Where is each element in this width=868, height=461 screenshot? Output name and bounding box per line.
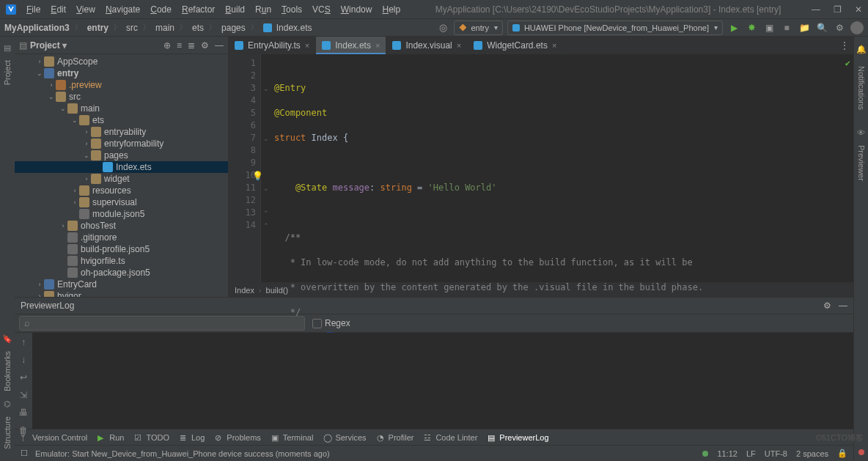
menu-tools[interactable]: Tools (277, 3, 306, 16)
menu-refactor[interactable]: Refactor (177, 3, 219, 16)
tree-preview[interactable]: ›.preview (15, 79, 228, 91)
tree-pages[interactable]: ⌄pages (15, 150, 228, 161)
locate-file-icon[interactable]: ⊕ (163, 40, 171, 51)
project-tool-label[interactable]: Project (3, 57, 12, 88)
search-everywhere-icon[interactable]: 🔍 (815, 21, 828, 34)
inspection-ok-icon[interactable]: ✔ (845, 57, 850, 70)
tab-entryability[interactable]: EntryAbility.ts× (229, 37, 316, 54)
caret-position[interactable]: 11:12 (717, 449, 738, 458)
menu-navigate[interactable]: Navigate (101, 3, 144, 16)
notifications-icon[interactable]: 🔔 (856, 44, 867, 54)
tree-hvigor[interactable]: ›hvigor (15, 290, 228, 297)
print-icon[interactable]: 🖶 (19, 407, 28, 418)
file-encoding[interactable]: UTF-8 (765, 449, 787, 458)
crumb-file[interactable]: Index.ets (276, 23, 312, 33)
panel-settings-icon[interactable]: ⚙ (201, 40, 209, 51)
tree-build-profile[interactable]: build-profile.json5 (15, 243, 228, 255)
coverage-button[interactable]: ▣ (762, 21, 776, 34)
fold-column[interactable]: ⌄⌄💡⌄⌃⌃ (261, 54, 271, 282)
soft-wrap-icon[interactable]: ↩ (20, 372, 27, 383)
settings-icon[interactable]: ⚙ (833, 21, 846, 34)
tree-src[interactable]: ⌄src (15, 91, 228, 103)
debug-button[interactable]: ✸ (745, 21, 758, 34)
tree-main[interactable]: ⌄main (15, 103, 228, 114)
tree-ohostest[interactable]: ›ohosTest (15, 220, 228, 232)
code-editor[interactable]: 1234567891011121314 ⌄⌄💡⌄⌃⌃ ✔ @Entry @Com… (229, 54, 853, 282)
tab-run[interactable]: ▶Run (98, 433, 124, 442)
tree-gitignore[interactable]: .gitignore (15, 232, 228, 243)
stop-button[interactable]: ■ (780, 21, 793, 34)
tabs-more-icon[interactable]: ⋮ (836, 37, 853, 54)
structure-tool-icon[interactable]: ⌬ (2, 399, 12, 409)
line-separator[interactable]: LF (746, 449, 756, 458)
menu-code[interactable]: Code (146, 3, 176, 16)
minimize-button[interactable]: — (812, 4, 820, 15)
collapse-all-icon[interactable]: ≣ (188, 40, 195, 51)
crumb-main[interactable]: main (155, 23, 174, 33)
tab-version-control[interactable]: ᛘVersion Control (21, 433, 87, 442)
tree-resources[interactable]: ›resources (15, 185, 228, 196)
bookmarks-tool-icon[interactable]: 🔖 (2, 333, 12, 344)
intention-bulb-icon[interactable]: 💡 (252, 171, 263, 181)
tree-supervisual[interactable]: ›supervisual (15, 196, 228, 208)
menu-file[interactable]: FFileile (22, 3, 45, 16)
close-icon[interactable]: × (457, 41, 461, 50)
run-config-combo[interactable]: entry (454, 21, 502, 35)
notifications-tool-label[interactable]: Notifications (857, 63, 866, 113)
status-event-icon[interactable]: ☐ (21, 449, 28, 458)
readonly-lock-icon[interactable]: 🔒 (837, 449, 847, 458)
maximize-button[interactable]: ❐ (834, 4, 842, 15)
tab-problems[interactable]: ⊘Problems (215, 433, 260, 442)
crumb-entry[interactable]: entry (87, 23, 108, 33)
run-button[interactable]: ▶ (727, 21, 740, 34)
tree-appscope[interactable]: ›AppScope (15, 56, 228, 67)
tree-entryformability[interactable]: ›entryformability (15, 138, 228, 150)
crumb-ets[interactable]: ets (192, 23, 204, 33)
crumb-src[interactable]: src (126, 23, 138, 33)
close-icon[interactable]: × (375, 41, 380, 50)
tab-index-ets[interactable]: Index.ets× (316, 37, 386, 54)
scroll-down-icon[interactable]: ↓ (21, 355, 26, 365)
view-mode-icon[interactable]: ◎ (436, 21, 449, 34)
tree-widget[interactable]: ›widget (15, 173, 228, 185)
account-avatar-icon[interactable] (850, 21, 864, 34)
structure-tool-label[interactable]: Structure (3, 413, 12, 452)
device-combo[interactable]: HUAWEI Phone [NewDevice_from_Huawei_Phon… (507, 21, 723, 35)
project-tree[interactable]: ›AppScope ⌄entry ›.preview ⌄src ⌄main ⌄e… (15, 54, 228, 297)
expand-all-icon[interactable]: ≡ (177, 40, 182, 51)
clear-icon[interactable]: 🗑 (19, 425, 28, 435)
previewer-icon[interactable]: 👁 (856, 128, 867, 138)
indent-setting[interactable]: 2 spaces (796, 449, 828, 458)
editor-crumb-struct[interactable]: Index (235, 286, 254, 295)
tree-index-ets[interactable]: Index.ets (15, 161, 228, 173)
menu-run[interactable]: Run (251, 3, 276, 16)
tree-oh-package[interactable]: oh-package.json5 (15, 267, 228, 279)
menu-help[interactable]: Help (378, 3, 405, 16)
tree-module-json5[interactable]: module.json5 (15, 208, 228, 220)
tab-log[interactable]: ≣Log (180, 433, 205, 442)
crumb-root[interactable]: MyApplication3 (4, 23, 70, 33)
scroll-up-icon[interactable]: ↑ (21, 337, 26, 347)
close-icon[interactable]: × (552, 41, 556, 50)
log-search-input[interactable] (19, 316, 305, 331)
tab-todo[interactable]: ☑TODO (134, 433, 169, 442)
tab-index-visual[interactable]: Index.visual× (386, 37, 468, 54)
crumb-pages[interactable]: pages (221, 23, 246, 33)
tree-entry[interactable]: ⌄entry (15, 67, 228, 79)
log-output[interactable]: ↑ ↓ ↩ ⇲ 🖶 🗑 (15, 333, 853, 429)
previewer-tool-label[interactable]: Previewer (857, 142, 866, 184)
tab-widgetcard[interactable]: WidgetCard.ets× (468, 37, 563, 54)
bookmarks-tool-label[interactable]: Bookmarks (3, 348, 12, 394)
menu-window[interactable]: Window (336, 3, 377, 16)
open-folder-icon[interactable]: 📁 (798, 21, 811, 34)
tree-ets[interactable]: ⌄ets (15, 114, 228, 126)
tree-entrycard[interactable]: ›EntryCard (15, 279, 228, 290)
menu-view[interactable]: View (72, 3, 100, 16)
scroll-end-icon[interactable]: ⇲ (20, 390, 27, 400)
menu-build[interactable]: Build (221, 3, 249, 16)
tree-entryability[interactable]: ›entryability (15, 126, 228, 138)
project-view-combo[interactable]: Project (30, 40, 67, 51)
menu-edit[interactable]: Edit (46, 3, 70, 16)
menu-vcs[interactable]: VCS (308, 3, 335, 16)
close-icon[interactable]: × (305, 41, 309, 50)
